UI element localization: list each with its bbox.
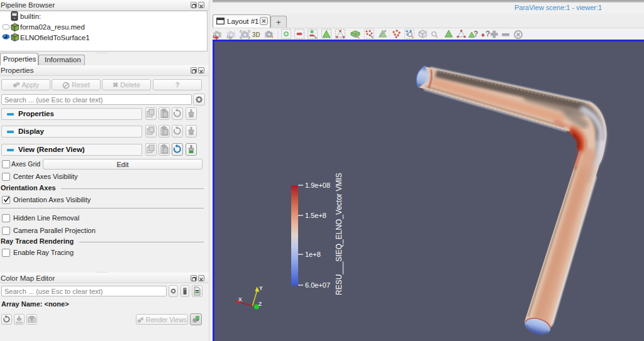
svg-text:?: ? bbox=[486, 30, 490, 38]
svg-text:X: X bbox=[238, 296, 242, 303]
svg-text:6.0e+07: 6.0e+07 bbox=[305, 281, 330, 289]
svg-text:3D: 3D bbox=[252, 31, 260, 38]
svg-text:Y: Y bbox=[259, 285, 263, 291]
svg-text:1.9e+08: 1.9e+08 bbox=[305, 181, 330, 189]
svg-text:1.5e+8: 1.5e+8 bbox=[305, 212, 326, 219]
svg-text:1e+8: 1e+8 bbox=[305, 251, 321, 258]
svg-text:RESU___SIEQ_ELNO_Vector VMIS: RESU___SIEQ_ELNO_Vector VMIS bbox=[335, 173, 343, 295]
svg-text:?: ? bbox=[474, 30, 478, 38]
svg-text:Z: Z bbox=[258, 301, 262, 307]
